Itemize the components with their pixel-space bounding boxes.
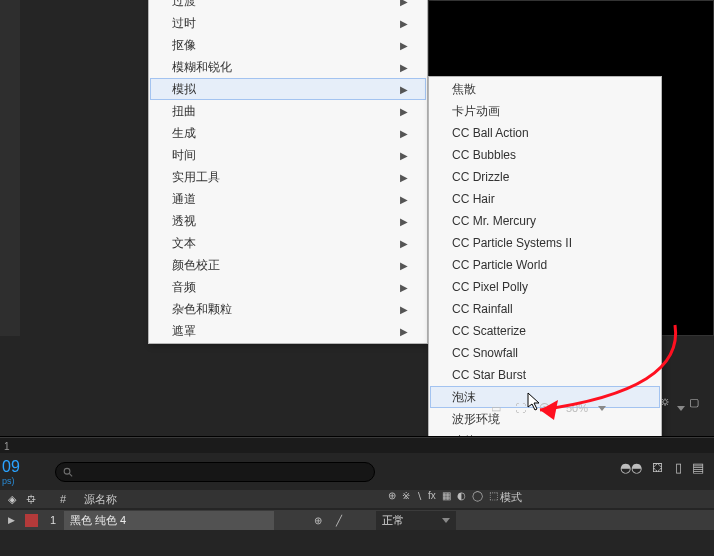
menu-item-7[interactable]: 时间▶ [150, 144, 426, 166]
layer-caret-icon[interactable]: ▶ [8, 515, 15, 525]
menu-item-label: 音频 [172, 279, 196, 296]
switch-icon-slash[interactable]: ∖ [416, 490, 422, 501]
menu-item-1[interactable]: 过时▶ [150, 12, 426, 34]
submenu-arrow-icon: ▶ [400, 194, 408, 205]
submenu-arrow-icon: ▶ [400, 0, 408, 7]
switch-quality[interactable]: ⊕ [314, 515, 322, 526]
submenu-item-label: CC Pixel Polly [452, 280, 528, 294]
submenu-arrow-icon: ▶ [400, 62, 408, 73]
menu-item-0[interactable]: 过渡▶ [150, 0, 426, 12]
menu-item-14[interactable]: 杂色和颗粒▶ [150, 298, 426, 320]
menu-item-12[interactable]: 颜色校正▶ [150, 254, 426, 276]
menu-item-5[interactable]: 扭曲▶ [150, 100, 426, 122]
submenu-item-label: 卡片动画 [452, 103, 500, 120]
submenu-item-label: CC Scatterize [452, 324, 526, 338]
display-menu-icon[interactable]: ⛭ [660, 396, 671, 420]
submenu-item-8[interactable]: CC Particle World [430, 254, 660, 276]
menu-item-3[interactable]: 模糊和锐化▶ [150, 56, 426, 78]
lock-col-icon[interactable]: ⯐ [18, 493, 34, 505]
panel2-icon[interactable]: ▤ [692, 460, 704, 475]
switch-icon-o[interactable]: ◯ [472, 490, 483, 501]
submenu-arrow-icon: ▶ [400, 106, 408, 117]
menu-item-4[interactable]: 模拟▶ [150, 78, 426, 100]
menu-item-label: 文本 [172, 235, 196, 252]
submenu-item-13[interactable]: CC Star Burst [430, 364, 660, 386]
timeline-right-icons: ◓◓ ⛋ ▯ ▤ [620, 460, 704, 475]
current-timecode[interactable]: 09 [2, 458, 20, 476]
submenu-item-6[interactable]: CC Mr. Mercury [430, 210, 660, 232]
layer-blend-mode[interactable]: 正常 [376, 511, 456, 530]
res-icon[interactable]: ▭ [488, 400, 504, 416]
menu-item-label: 遮罩 [172, 323, 196, 340]
menu-item-2[interactable]: 抠像▶ [150, 34, 426, 56]
submenu-item-12[interactable]: CC Snowfall [430, 342, 660, 364]
menu-item-9[interactable]: 通道▶ [150, 188, 426, 210]
submenu-item-1[interactable]: 卡片动画 [430, 100, 660, 122]
submenu-arrow-icon: ▶ [400, 150, 408, 161]
menu-item-label: 时间 [172, 147, 196, 164]
submenu-item-0[interactable]: 焦散 [430, 78, 660, 100]
submenu-arrow-icon: ▶ [400, 216, 408, 227]
menu-item-label: 抠像 [172, 37, 196, 54]
submenu-item-label: 焦散 [452, 81, 476, 98]
menu-item-label: 过时 [172, 15, 196, 32]
switch-icon-circle[interactable]: ◐ [457, 490, 466, 501]
zoom-dropdown-icon[interactable] [598, 406, 606, 411]
menu-item-label: 模拟 [172, 81, 196, 98]
visibility-col-icon[interactable]: ◈ [0, 493, 18, 506]
switches-header: ⊕ ※ ∖ fx ▦ ◐ ◯ ⬚ [388, 490, 498, 501]
panel1-icon[interactable]: ▯ [675, 460, 682, 475]
layer-name[interactable]: 黑色 纯色 4 [64, 511, 274, 530]
submenu-arrow-icon: ▶ [400, 260, 408, 271]
submenu-item-3[interactable]: CC Bubbles [430, 144, 660, 166]
layer-row[interactable]: ▶ 1 黑色 纯色 4 ⊕ ╱ 正常 [0, 510, 714, 530]
square-icon[interactable]: ▢ [689, 396, 699, 420]
switch-icon-grid[interactable]: ▦ [442, 490, 451, 501]
submenu-item-label: CC Mr. Mercury [452, 214, 536, 228]
submenu-arrow-icon: ▶ [400, 326, 408, 337]
submenu-item-5[interactable]: CC Hair [430, 188, 660, 210]
switch-icon-quality[interactable]: ⊕ [388, 490, 396, 501]
panel-left-strip [0, 0, 20, 336]
render-icon[interactable]: ⛋ [652, 460, 665, 475]
submenu-item-9[interactable]: CC Pixel Polly [430, 276, 660, 298]
index-header: # [52, 493, 76, 505]
menu-item-label: 生成 [172, 125, 196, 142]
switch-icon-fx2[interactable]: fx [428, 490, 436, 501]
menu-item-6[interactable]: 生成▶ [150, 122, 426, 144]
switch-icon-fx[interactable]: ※ [402, 490, 410, 501]
menu-item-15[interactable]: 遮罩▶ [150, 320, 426, 342]
submenu-arrow-icon: ▶ [400, 304, 408, 315]
timeline-search[interactable] [55, 462, 375, 482]
menu-item-13[interactable]: 音频▶ [150, 276, 426, 298]
chevron-down-icon [442, 518, 450, 523]
menu-item-label: 过渡 [172, 0, 196, 10]
zoom-level[interactable]: 50% [566, 402, 588, 414]
submenu-item-label: CC Drizzle [452, 170, 509, 184]
cursor-icon [527, 392, 543, 412]
mode-header[interactable]: 模式 [500, 490, 522, 505]
display-dropdown-icon[interactable] [677, 396, 685, 420]
submenu-item-label: CC Ball Action [452, 126, 529, 140]
search-input[interactable] [74, 466, 368, 478]
time-ruler[interactable]: 1 [0, 437, 714, 453]
switch-icon-cube[interactable]: ⬚ [489, 490, 498, 501]
switch-slash[interactable]: ╱ [336, 515, 342, 526]
submenu-item-10[interactable]: CC Rainfall [430, 298, 660, 320]
menu-item-label: 透视 [172, 213, 196, 230]
submenu-item-7[interactable]: CC Particle Systems II [430, 232, 660, 254]
menu-item-10[interactable]: 透视▶ [150, 210, 426, 232]
submenu-item-11[interactable]: CC Scatterize [430, 320, 660, 342]
graph-icon[interactable]: ◓◓ [620, 460, 642, 475]
submenu-arrow-icon: ▶ [400, 18, 408, 29]
menu-item-11[interactable]: 文本▶ [150, 232, 426, 254]
layer-color-swatch[interactable] [25, 514, 38, 527]
menu-item-label: 实用工具 [172, 169, 220, 186]
camera-icon[interactable]: ⛶ [512, 400, 528, 416]
submenu-item-2[interactable]: CC Ball Action [430, 122, 660, 144]
menu-item-8[interactable]: 实用工具▶ [150, 166, 426, 188]
layer-index: 1 [42, 514, 64, 526]
submenu-item-label: CC Hair [452, 192, 495, 206]
submenu-item-4[interactable]: CC Drizzle [430, 166, 660, 188]
name-header[interactable]: 源名称 [76, 492, 286, 507]
